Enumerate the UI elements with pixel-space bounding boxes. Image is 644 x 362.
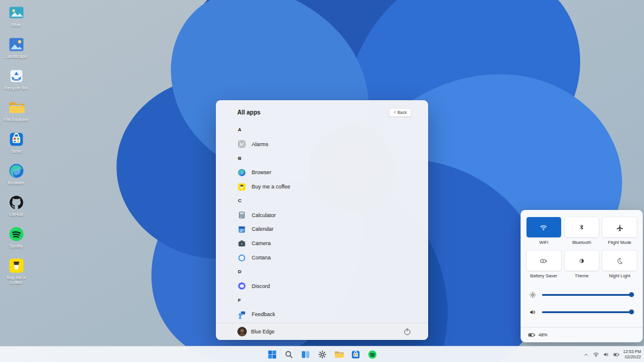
desktop-icon-file-explorer[interactable]: File Explorer	[2, 99, 30, 122]
desktop-icon-github[interactable]: GitHub	[2, 194, 30, 217]
taskbar-start-button[interactable]	[267, 349, 277, 360]
power-button[interactable]	[403, 327, 411, 336]
taskbar-spotify-button[interactable]	[367, 349, 377, 360]
taskbar-settings-button[interactable]	[317, 349, 327, 360]
tray-date: 02/20/22	[623, 355, 641, 360]
start-menu: All apps ‹ Back AAlarmsBBrowserBuy me a …	[216, 100, 428, 340]
app-item-calendar[interactable]: Calendar	[216, 222, 428, 237]
recycle-bin-icon	[8, 67, 25, 85]
desktop-icon-list: BlueLandscapeRecycle BinFile ExplorerSto…	[2, 4, 30, 285]
app-item-discord[interactable]: Discord	[216, 279, 428, 293]
app-section-f: F	[216, 293, 428, 308]
desktop-icon-label: GitHub	[9, 212, 23, 217]
battery-saver-icon	[540, 257, 547, 265]
user-avatar	[237, 327, 247, 336]
toggle-cell-theme: Theme	[565, 250, 599, 279]
taskbar-file-explorer-button[interactable]	[334, 349, 344, 360]
app-item-label: Browser	[252, 169, 271, 175]
calculator-icon	[237, 211, 246, 219]
app-item-calculator[interactable]: Calculator	[216, 208, 428, 222]
app-item-alarms[interactable]: Alarms	[216, 137, 428, 151]
discord-icon	[237, 281, 246, 290]
spotify-icon	[367, 349, 377, 360]
camera-icon	[237, 239, 246, 248]
app-item-buy-me-a-coffee[interactable]: Buy me a coffee	[216, 180, 428, 194]
back-button[interactable]: ‹ Back	[389, 108, 411, 117]
app-item-cortana[interactable]: Cortana	[216, 250, 428, 265]
toggle-battery-saver[interactable]	[527, 250, 561, 271]
volume-knob[interactable]	[629, 310, 634, 314]
app-item-browser[interactable]: Browser	[216, 165, 428, 180]
toggle-theme[interactable]	[565, 250, 599, 271]
toggle-label: Flight Mode	[608, 240, 631, 245]
desktop: BlueLandscapeRecycle BinFile ExplorerSto…	[0, 0, 644, 362]
toggle-wifi[interactable]	[527, 217, 561, 237]
quick-sliders	[529, 289, 634, 317]
quick-settings-footer: 48%	[528, 327, 547, 342]
toggle-flight-mode[interactable]	[602, 217, 637, 237]
store-icon	[351, 349, 361, 360]
brightness-slider[interactable]	[529, 289, 634, 300]
start-menu-list: AAlarmsBBrowserBuy me a coffeeCCalculato…	[216, 123, 428, 321]
user-chip[interactable]: Blue Edge	[237, 327, 274, 336]
desktop-icon-buy-me-a-coffee[interactable]: Buy me a coffee	[2, 257, 30, 285]
app-item-label: Camera	[252, 240, 271, 246]
app-item-camera[interactable]: Camera	[216, 236, 428, 250]
desktop-icon-label: Blue	[11, 23, 20, 27]
toggle-cell-flight-mode: Flight Mode	[602, 217, 637, 245]
chevron-up-icon[interactable]	[583, 352, 589, 358]
coffee-icon	[237, 182, 246, 191]
app-section-b: B	[216, 151, 428, 166]
app-item-label: Feedback	[252, 311, 275, 317]
volume-track[interactable]	[542, 311, 634, 313]
tray-wifi-icon[interactable]	[593, 351, 599, 358]
user-name: Blue Edge	[251, 329, 274, 335]
desktop-icon-blue[interactable]: Blue	[2, 4, 30, 27]
night-light-icon	[616, 257, 624, 265]
app-item-label: Calculator	[252, 212, 276, 218]
app-item-label: Calendar	[252, 226, 274, 232]
toggle-label: Night Light	[609, 273, 630, 279]
coffee-icon	[8, 257, 25, 274]
edge-icon	[237, 168, 246, 177]
desktop-icon-store[interactable]: Store	[2, 131, 30, 154]
desktop-icon-spotify[interactable]: Spotify	[2, 225, 30, 249]
toggle-label: Battery Saver	[530, 273, 557, 279]
volume-slider[interactable]	[529, 307, 634, 317]
bluetooth-icon	[578, 224, 586, 231]
desktop-icon-label: Recycle Bin	[4, 86, 28, 91]
desktop-icon-label: Spotify	[10, 244, 23, 249]
desktop-icon-landscape[interactable]: Landscape	[2, 36, 30, 59]
flight-mode-icon	[616, 224, 624, 231]
toggle-bluetooth[interactable]	[565, 217, 599, 237]
brightness-knob[interactable]	[629, 292, 634, 297]
taskbar-clock[interactable]: 12:53 PM 02/20/22	[623, 349, 641, 360]
taskbar-store-button[interactable]	[351, 349, 361, 360]
toggle-cell-battery-saver: Battery Saver	[527, 250, 561, 279]
theme-icon	[578, 257, 586, 265]
toggle-night-light[interactable]	[602, 250, 637, 271]
alarms-icon	[237, 140, 246, 148]
task-view-icon	[301, 349, 311, 360]
desktop-icon-recycle-bin[interactable]: Recycle Bin	[2, 67, 30, 91]
desktop-icon-browser[interactable]: Browser	[2, 162, 30, 185]
app-item-label: Alarms	[252, 141, 268, 147]
tray-battery-icon[interactable]	[613, 351, 620, 358]
tray-time: 12:53 PM	[623, 349, 641, 355]
user-bar: Blue Edge	[216, 323, 428, 340]
quick-settings-panel: WiFiBluetoothFlight ModeBattery SaverThe…	[521, 210, 643, 342]
windows-logo-icon	[267, 349, 277, 360]
desktop-icon-label: Browser	[8, 181, 24, 185]
toggle-label: WiFi	[539, 240, 548, 245]
taskbar-center	[0, 346, 644, 362]
brightness-track[interactable]	[542, 294, 634, 296]
edge-icon	[8, 162, 25, 180]
taskbar-task-view-button[interactable]	[301, 349, 311, 360]
app-item-label: Buy me a coffee	[252, 184, 290, 190]
app-item-label: Discord	[252, 283, 270, 289]
desktop-icon-label: Buy me a coffee	[2, 276, 30, 285]
app-item-feedback[interactable]: Feedback	[216, 307, 428, 321]
taskbar-search-button[interactable]	[284, 349, 294, 360]
feedback-icon	[237, 310, 246, 319]
tray-volume-icon[interactable]	[603, 351, 609, 358]
